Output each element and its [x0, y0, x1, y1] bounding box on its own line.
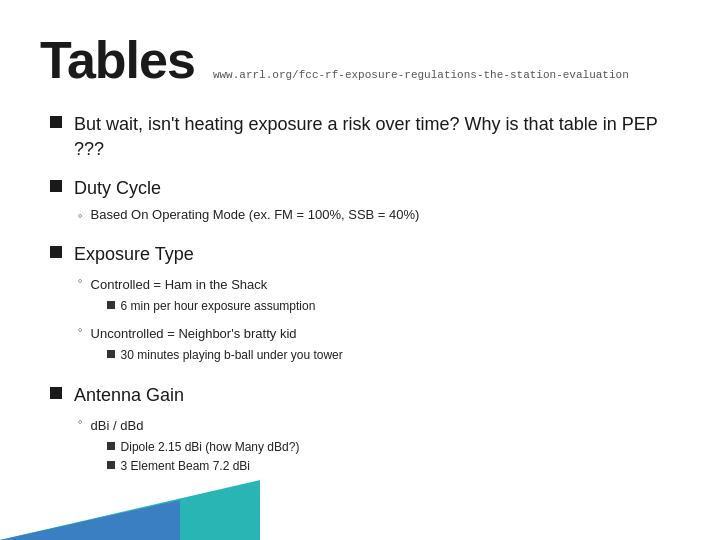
sub-bullet-icon-3-1: ◦	[78, 272, 83, 290]
bullet-square-3	[50, 246, 62, 258]
sub-text-3-2: Uncontrolled = Neighbor's bratty kid	[91, 326, 297, 341]
sub-sub-square-4-1-2	[107, 461, 115, 469]
bullet-3-sublist: ◦ Controlled = Ham in the Shack 6 min pe…	[78, 271, 343, 366]
sub-sub-list-4-1: Dipole 2.15 dBi (how Many dBd?) 3 Elemen…	[107, 439, 300, 475]
sub-sub-square-3-2-1	[107, 350, 115, 358]
sub-sub-item-4-1-1: Dipole 2.15 dBi (how Many dBd?)	[107, 439, 300, 456]
slide-url: www.arrl.org/fcc-rf-exposure-regulations…	[213, 69, 629, 81]
bullet-4-sublist: ◦ dBi / dBd Dipole 2.15 dBi (how Many dB…	[78, 412, 299, 477]
bullet-square-1	[50, 116, 62, 128]
sub-sub-square-3-1-1	[107, 301, 115, 309]
sub-sub-text-4-1-2: 3 Element Beam 7.2 dBi	[121, 458, 250, 475]
sub-text-3-1: Controlled = Ham in the Shack	[91, 277, 268, 292]
sub-bullet-icon-3-2: ◦	[78, 321, 83, 339]
sub-bullet-icon-4-1: ◦	[78, 413, 83, 431]
sub-sub-item-4-1-2: 3 Element Beam 7.2 dBi	[107, 458, 300, 475]
sub-sub-text-3-1-1: 6 min per hour exposure assumption	[121, 298, 316, 315]
sub-item-4-1-content: dBi / dBd Dipole 2.15 dBi (how Many dBd?…	[91, 412, 300, 477]
sub-text-2-1: Based On Operating Mode (ex. FM = 100%, …	[91, 206, 420, 224]
sub-sub-item-3-2-1: 30 minutes playing b-ball under you towe…	[107, 347, 343, 364]
sub-sub-text-4-1-1: Dipole 2.15 dBi (how Many dBd?)	[121, 439, 300, 456]
bottom-decoration	[0, 480, 720, 540]
sub-item-3-1-content: Controlled = Ham in the Shack 6 min per …	[91, 271, 316, 317]
sub-sub-list-3-1: 6 min per hour exposure assumption	[107, 298, 316, 315]
sub-bullet-icon-2-1: ◦	[78, 207, 83, 225]
bullet-item-2: Duty Cycle ◦ Based On Operating Mode (ex…	[50, 176, 680, 227]
slide-title: Tables	[40, 30, 195, 90]
bullet-2-heading: Duty Cycle	[74, 178, 161, 198]
bullet-1-content: But wait, isn't heating exposure a risk …	[74, 114, 657, 159]
bullet-text-4: Antenna Gain ◦ dBi / dBd Dipole 2.15 dBi…	[74, 383, 299, 480]
bullet-3-heading: Exposure Type	[74, 244, 194, 264]
sub-sub-item-3-1-1: 6 min per hour exposure assumption	[107, 298, 316, 315]
triangle-blue	[0, 500, 180, 540]
slide-content: But wait, isn't heating exposure a risk …	[40, 112, 680, 480]
sub-item-3-2: ◦ Uncontrolled = Neighbor's bratty kid 3…	[78, 320, 343, 366]
sub-text-4-1: dBi / dBd	[91, 418, 144, 433]
bullet-item-1: But wait, isn't heating exposure a risk …	[50, 112, 680, 162]
bullet-item-3: Exposure Type ◦ Controlled = Ham in the …	[50, 242, 680, 369]
sub-item-3-2-content: Uncontrolled = Neighbor's bratty kid 30 …	[91, 320, 343, 366]
bullet-square-4	[50, 387, 62, 399]
slide-header: Tables www.arrl.org/fcc-rf-exposure-regu…	[40, 30, 680, 90]
sub-sub-text-3-2-1: 30 minutes playing b-ball under you towe…	[121, 347, 343, 364]
sub-sub-square-4-1-1	[107, 442, 115, 450]
bullet-text-1: But wait, isn't heating exposure a risk …	[74, 112, 680, 162]
sub-item-4-1: ◦ dBi / dBd Dipole 2.15 dBi (how Many dB…	[78, 412, 299, 477]
bullet-item-4: Antenna Gain ◦ dBi / dBd Dipole 2.15 dBi…	[50, 383, 680, 480]
bullet-2-sublist: ◦ Based On Operating Mode (ex. FM = 100%…	[78, 206, 419, 225]
bullet-square-2	[50, 180, 62, 192]
sub-item-2-1: ◦ Based On Operating Mode (ex. FM = 100%…	[78, 206, 419, 225]
bullet-text-2: Duty Cycle ◦ Based On Operating Mode (ex…	[74, 176, 419, 227]
bullet-4-heading: Antenna Gain	[74, 385, 184, 405]
bullet-text-3: Exposure Type ◦ Controlled = Ham in the …	[74, 242, 343, 369]
slide: Tables www.arrl.org/fcc-rf-exposure-regu…	[0, 0, 720, 540]
sub-item-3-1: ◦ Controlled = Ham in the Shack 6 min pe…	[78, 271, 343, 317]
sub-sub-list-3-2: 30 minutes playing b-ball under you towe…	[107, 347, 343, 364]
